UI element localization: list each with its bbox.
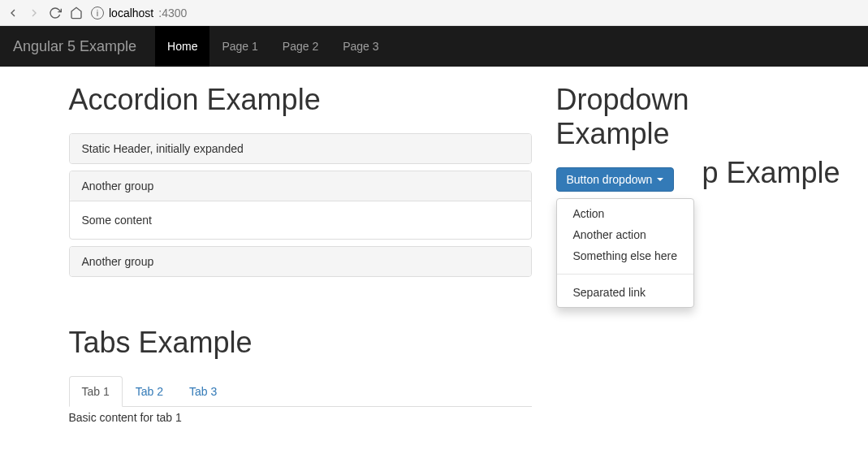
dropdown-item-action[interactable]: Action bbox=[557, 203, 693, 224]
accordion-header[interactable]: Another group bbox=[70, 247, 531, 276]
dropdown-wrapper: Button dropdown Action Another action So… bbox=[556, 167, 675, 192]
nav-item-page3[interactable]: Page 3 bbox=[330, 26, 391, 67]
tab-2[interactable]: Tab 2 bbox=[123, 376, 176, 407]
url-bar[interactable]: i localhost:4300 bbox=[91, 6, 187, 19]
nav-item-page2[interactable]: Page 2 bbox=[270, 26, 330, 67]
tab-content: Basic content for tab 1 bbox=[69, 407, 532, 428]
dropdown-item-separated[interactable]: Separated link bbox=[557, 282, 693, 303]
navbar-brand[interactable]: Angular 5 Example bbox=[13, 38, 149, 55]
accordion-panel: Static Header, initially expanded bbox=[69, 133, 532, 164]
dropdown-title: Dropdown Example bbox=[556, 83, 800, 151]
nav-item-home[interactable]: Home bbox=[155, 26, 209, 67]
tab-1[interactable]: Tab 1 bbox=[69, 376, 123, 407]
info-icon[interactable]: i bbox=[91, 6, 104, 19]
accordion-header[interactable]: Another group bbox=[70, 171, 531, 201]
dropdown-divider bbox=[557, 274, 693, 275]
accordion-body: Some content bbox=[70, 201, 531, 239]
dropdown-item-another[interactable]: Another action bbox=[557, 224, 693, 245]
home-icon[interactable] bbox=[70, 6, 83, 19]
accordion-panel: Another group Some content bbox=[69, 171, 532, 240]
dropdown-item-something[interactable]: Something else here bbox=[557, 245, 693, 266]
browser-chrome: i localhost:4300 bbox=[0, 0, 868, 26]
tab-3[interactable]: Tab 3 bbox=[176, 376, 230, 407]
url-port: :4300 bbox=[158, 6, 187, 19]
tabs-title: Tabs Example bbox=[69, 326, 532, 360]
url-host: localhost bbox=[109, 6, 153, 19]
back-icon[interactable] bbox=[6, 6, 19, 19]
accordion-header[interactable]: Static Header, initially expanded bbox=[70, 134, 531, 163]
nav-tabs: Tab 1 Tab 2 Tab 3 bbox=[69, 376, 532, 407]
accordion-panel: Another group bbox=[69, 246, 532, 277]
navbar: Angular 5 Example Home Page 1 Page 2 Pag… bbox=[0, 26, 868, 67]
reload-icon[interactable] bbox=[49, 6, 62, 19]
dropdown-button[interactable]: Button dropdown bbox=[556, 167, 675, 192]
caret-down-icon bbox=[657, 178, 663, 181]
nav-item-page1[interactable]: Page 1 bbox=[209, 26, 270, 67]
forward-icon bbox=[28, 6, 41, 19]
dropdown-button-label: Button dropdown bbox=[567, 173, 653, 186]
accordion-title: Accordion Example bbox=[69, 83, 532, 117]
dropdown-menu: Action Another action Something else her… bbox=[556, 198, 694, 308]
